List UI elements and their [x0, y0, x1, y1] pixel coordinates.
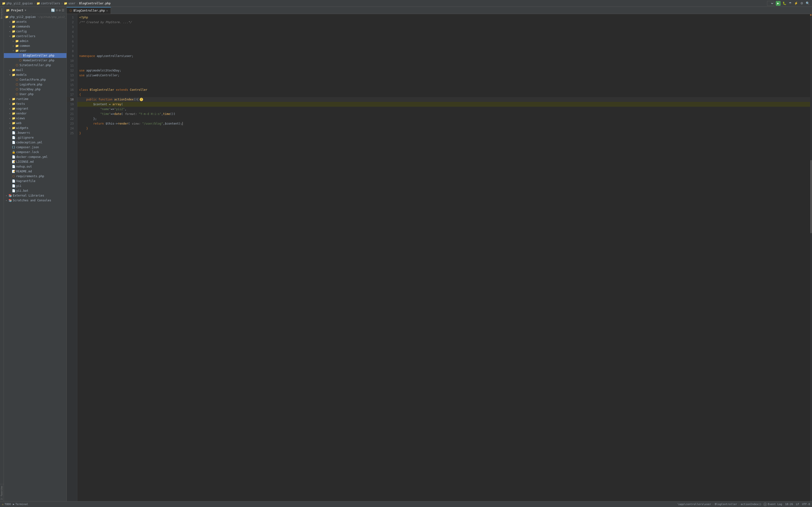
token: render: [118, 121, 128, 126]
tree-item-admin[interactable]: ▸ 📁 admin: [4, 39, 66, 44]
tree-item-root[interactable]: ▾ 📁 php_yii2_gupiao ~/github/php_yii2_gu…: [4, 14, 66, 19]
token: function: [98, 97, 114, 102]
tree-item-mail[interactable]: ▸ 📁 mail: [4, 68, 66, 72]
tree-item-composerlock[interactable]: 🔒 composer.lock: [4, 150, 66, 155]
tree-item-User[interactable]: ⬡ User.php: [4, 92, 66, 97]
line-number-10: 10: [67, 58, 75, 63]
tree-item-label: yii.bat: [16, 189, 29, 192]
tree-item-config[interactable]: ▸ 📁 config: [4, 29, 66, 34]
tree-item-label: BlogController.php: [23, 54, 54, 57]
tree-arrow: ▾: [8, 35, 12, 38]
tree-item-views[interactable]: ▸ 📁 views: [4, 116, 66, 121]
file-icon-gitignore: 📄: [12, 136, 15, 139]
tree-item-label: runtime: [16, 97, 29, 101]
warning-icon-line18[interactable]: !: [140, 98, 143, 101]
run-button[interactable]: ▶: [776, 1, 780, 6]
file-tree[interactable]: ▾ 📁 php_yii2_gupiao ~/github/php_yii2_gu…: [4, 14, 66, 501]
tree-item-requirements[interactable]: ⬡ requirements.php: [4, 174, 66, 179]
tree-item-SiteController[interactable]: ⬡ SiteController.php: [4, 63, 66, 68]
token: date: [114, 112, 121, 116]
tree-item-nohup[interactable]: 📄 nohup.out: [4, 164, 66, 169]
search-button[interactable]: 🔍: [805, 1, 810, 6]
main-layout: Structure 2: Favorites 📁 Project ▼ 🔄 ⊟ ⚙…: [0, 7, 812, 501]
tree-item-widgets[interactable]: ▸ 📁 widgets: [4, 125, 66, 130]
tree-item-ContactForm[interactable]: ⬡ ContactForm.php: [4, 77, 66, 82]
tree-arrow: ▸: [5, 199, 8, 202]
tree-item-yiibat[interactable]: 📄 yii.bat: [4, 188, 66, 193]
debug-button[interactable]: 🐛: [782, 1, 787, 6]
structure-tab[interactable]: Structure: [0, 7, 4, 20]
tree-item-readme[interactable]: 📝 README.md: [4, 169, 66, 174]
project-panel: 📁 Project ▼ 🔄 ⊟ ⚙ ☰ ▾ 📁 php_yii2_gupiao …: [4, 7, 67, 501]
favorites-tab[interactable]: 2: Favorites: [0, 484, 4, 501]
code-line-16: class BlogController extends Controller: [77, 88, 810, 92]
tree-item-controllers[interactable]: ▾ 📁 controllers: [4, 34, 66, 39]
scroll-indicator[interactable]: [810, 14, 812, 501]
tree-item-user[interactable]: ▾ 📁 user: [4, 48, 66, 53]
collapse-icon[interactable]: ⊟: [56, 8, 58, 12]
tab-blogcontroller[interactable]: ⬡ BlogController.php ×: [67, 7, 111, 14]
tree-item-runtime[interactable]: ▸ 📁 runtime: [4, 97, 66, 101]
token: ,: [163, 121, 165, 126]
line-number-7: 7: [67, 44, 75, 49]
tree-item-label: yii: [16, 184, 21, 187]
settings-button[interactable]: ⚙: [800, 1, 804, 6]
tree-item-LoginForm[interactable]: ⬡ LoginForm.php: [4, 82, 66, 87]
tree-item-dockercompose[interactable]: 📄 docker-compose.yml: [4, 155, 66, 159]
token: $content: [93, 102, 107, 107]
tree-item-HomeController[interactable]: ⬡ HomeController.php: [4, 58, 66, 63]
code-content[interactable]: <?php/** Created by PhpStorm. ...*/names…: [77, 14, 810, 501]
line-number-21: 21: [67, 112, 75, 116]
code-line-10: [77, 58, 810, 63]
tree-item-common[interactable]: ▸ 📁 common: [4, 44, 66, 48]
tree-item-commands[interactable]: ▸ 📁 commands: [4, 24, 66, 29]
token: ;: [118, 73, 119, 78]
tree-item-vagrantfile[interactable]: 📄 Vagrantfile: [4, 179, 66, 183]
file-icon-readme: 📝: [12, 170, 15, 173]
tree-item-codeception[interactable]: 📄 codeception.yml: [4, 140, 66, 145]
file-icon-commands: 📁: [12, 25, 15, 28]
file-icon-web: 📁: [12, 121, 15, 125]
tree-arrow: ▸: [8, 112, 12, 115]
terminal-button[interactable]: ▶ Terminal: [13, 503, 28, 506]
file-icon-SiteController: ⬡: [15, 63, 19, 67]
tree-item-models[interactable]: ▾ 📁 models: [4, 72, 66, 77]
tree-item-scratches[interactable]: ▸ 📚 Scratches and Consoles: [4, 198, 66, 203]
line-number-5: 5: [67, 34, 75, 39]
right-info: ℹ Event Log 18:26 LF UTF-8: [763, 503, 810, 506]
tree-item-bowerrc[interactable]: 📄 .bowerrc: [4, 130, 66, 135]
tree-item-assets[interactable]: ▸ 📁 assets: [4, 19, 66, 24]
tree-item-vendor[interactable]: ▸ 📁 vendor: [4, 111, 66, 116]
profile-button[interactable]: ⚡: [794, 1, 799, 6]
tree-arrow: ▸: [8, 69, 12, 71]
coverage-button[interactable]: ☂: [788, 1, 792, 6]
todo-button[interactable]: ⚠ TODO: [2, 503, 11, 506]
code-line-14: [77, 78, 810, 82]
code-line-25: }: [77, 131, 810, 136]
tab-close-button[interactable]: ×: [106, 9, 108, 12]
run-config-select[interactable]: [767, 1, 774, 6]
token: "time": [100, 112, 111, 116]
settings-icon[interactable]: ⚙: [59, 8, 61, 12]
tree-item-composerjson[interactable]: {} composer.json: [4, 145, 66, 150]
tree-item-license[interactable]: 📝 LICENSE.md: [4, 159, 66, 164]
tree-item-tests[interactable]: ▸ 📁 tests: [4, 101, 66, 106]
line-number-24: 24: [67, 126, 75, 131]
file-icon-requirements: ⬡: [12, 175, 15, 178]
tree-item-label: nohup.out: [16, 165, 32, 168]
tree-item-BlogController[interactable]: ⬡ BlogController.php: [4, 53, 66, 58]
tree-item-vagrant[interactable]: ▸ 📁 vagrant: [4, 106, 66, 111]
tree-item-web[interactable]: ▸ 📁 web: [4, 121, 66, 125]
sync-icon[interactable]: 🔄: [51, 8, 55, 12]
tree-item-yii[interactable]: 📄 yii: [4, 183, 66, 188]
tree-item-extlibs[interactable]: ▸ 📚 External Libraries: [4, 193, 66, 198]
tree-item-gitignore[interactable]: 📄 .gitignore: [4, 135, 66, 140]
gear-icon[interactable]: ☰: [62, 8, 64, 12]
title-bar: 📁 php_yii2_gupiao › 📁 controllers › 📁 us…: [0, 0, 812, 7]
token: BlogController: [90, 88, 116, 92]
event-log-button[interactable]: ℹ Event Log: [763, 503, 782, 506]
file-icon-views: 📁: [12, 117, 15, 120]
project-icon: 📁: [6, 8, 10, 12]
terminal-icon: ▶: [13, 503, 14, 506]
tree-item-StockDay[interactable]: ⬡ StockDay.php: [4, 87, 66, 92]
